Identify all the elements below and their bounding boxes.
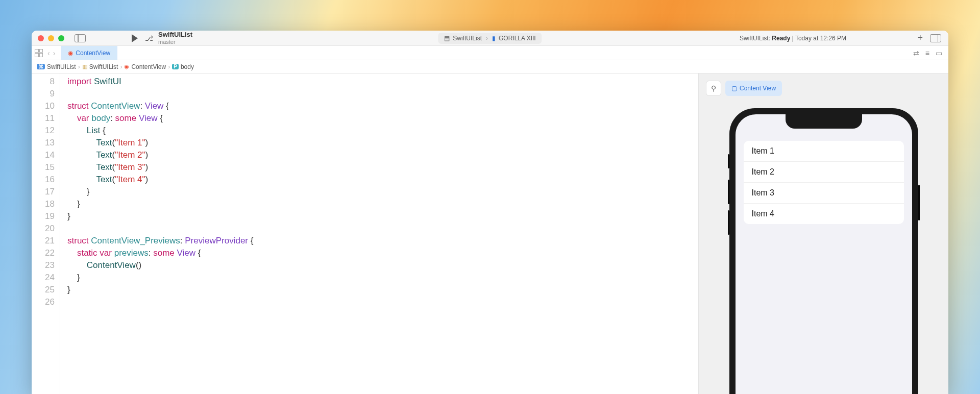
- swiftui-list[interactable]: Item 1Item 2Item 3Item 4: [744, 141, 904, 224]
- code-line[interactable]: Text("Item 4"): [67, 174, 698, 186]
- code-line[interactable]: [67, 296, 698, 308]
- pin-button[interactable]: ⚲: [706, 81, 721, 96]
- preview-label: Content View: [740, 85, 776, 92]
- nav-forward-button[interactable]: ›: [52, 49, 57, 57]
- phone-screen[interactable]: Item 1Item 2Item 3Item 4: [736, 114, 912, 394]
- line-number: 24: [32, 272, 55, 284]
- project-name: SwiftUIList: [158, 31, 192, 38]
- chevron-right-icon: ›: [78, 63, 80, 70]
- breadcrumb-project[interactable]: SwiftUIList: [47, 63, 76, 70]
- line-number: 25: [32, 284, 55, 296]
- project-branch: master: [158, 39, 192, 45]
- breadcrumb-folder[interactable]: SwiftUIList: [89, 63, 118, 70]
- phone-mute-switch: [728, 154, 729, 168]
- maximize-button[interactable]: [58, 35, 64, 41]
- line-number: 8: [32, 76, 55, 88]
- scheme-device-selector[interactable]: ▤ SwiftUIList › ▮ GORILLA XIII: [438, 33, 542, 44]
- phone-volume-up: [728, 180, 729, 204]
- add-button[interactable]: +: [917, 33, 923, 43]
- window-icon: ▢: [731, 85, 737, 92]
- editor-options-icon[interactable]: ▭: [936, 49, 942, 57]
- code-line[interactable]: var body: some View {: [67, 112, 698, 125]
- code-line[interactable]: Text("Item 1"): [67, 137, 698, 149]
- code-line[interactable]: struct ContentView_Previews: PreviewProv…: [67, 235, 698, 247]
- phone-power-button: [918, 185, 920, 220]
- tabbar: ‹ › ◉ ContentView ⇄ ≡ ▭: [32, 46, 948, 60]
- line-number: 20: [32, 223, 55, 235]
- line-number: 16: [32, 174, 55, 186]
- code-line[interactable]: }: [67, 186, 698, 198]
- chevron-right-icon: ›: [168, 63, 170, 70]
- line-gutter: 891011121314151617181920212223242526: [32, 73, 60, 394]
- line-number: 26: [32, 296, 55, 308]
- code-editor[interactable]: 891011121314151617181920212223242526 imp…: [32, 73, 698, 394]
- code-line[interactable]: import SwiftUI: [67, 76, 698, 88]
- app-icon: ▤: [444, 35, 450, 42]
- swift-icon: ◉: [124, 63, 129, 70]
- line-number: 19: [32, 210, 55, 223]
- nav-back-button[interactable]: ‹: [46, 49, 52, 57]
- left-sidebar-toggle-icon[interactable]: [75, 34, 86, 42]
- phone-volume-down: [728, 210, 729, 235]
- project-selector[interactable]: SwiftUIList master: [158, 31, 192, 44]
- related-items-icon[interactable]: [35, 49, 43, 57]
- code-line[interactable]: struct ContentView: View {: [67, 100, 698, 112]
- tab-contentview[interactable]: ◉ ContentView: [61, 46, 117, 60]
- right-sidebar-toggle-icon[interactable]: [930, 34, 941, 42]
- line-number: 15: [32, 161, 55, 174]
- code-area[interactable]: import SwiftUIstruct ContentView: View {…: [60, 73, 698, 394]
- run-button[interactable]: [132, 34, 138, 42]
- code-line[interactable]: }: [67, 198, 698, 210]
- code-line[interactable]: List {: [67, 125, 698, 137]
- preview-toolbar: ⚲ ▢ Content View: [706, 81, 941, 96]
- list-item[interactable]: Item 1: [744, 141, 904, 162]
- phone-mockup: Item 1Item 2Item 3Item 4: [729, 108, 918, 394]
- list-item[interactable]: Item 2: [744, 162, 904, 183]
- code-line[interactable]: [67, 88, 698, 100]
- line-number: 13: [32, 137, 55, 149]
- tab-label: ContentView: [76, 50, 110, 57]
- code-line[interactable]: }: [67, 272, 698, 284]
- line-number: 21: [32, 235, 55, 247]
- line-number: 10: [32, 100, 55, 112]
- list-item[interactable]: Item 3: [744, 183, 904, 204]
- property-icon: P: [172, 64, 179, 69]
- status-text: SwiftUIList: Ready | Today at 12:26 PM: [740, 35, 846, 42]
- titlebar: ⎇ SwiftUIList master ▤ SwiftUIList › ▮ G…: [32, 31, 948, 46]
- scheme-name: SwiftUIList: [453, 35, 482, 42]
- chevron-right-icon: ›: [120, 63, 122, 70]
- line-number: 9: [32, 88, 55, 100]
- line-number: 22: [32, 247, 55, 259]
- minimize-button[interactable]: [48, 35, 54, 41]
- code-line[interactable]: }: [67, 210, 698, 223]
- list-item[interactable]: Item 4: [744, 204, 904, 224]
- breadcrumb-symbol[interactable]: body: [181, 63, 194, 70]
- breadcrumb-file[interactable]: ContentView: [131, 63, 166, 70]
- chevron-right-icon: ›: [486, 35, 488, 42]
- refresh-icon[interactable]: ⇄: [913, 49, 919, 57]
- adjust-editor-icon[interactable]: ≡: [925, 49, 929, 57]
- code-line[interactable]: ContentView(): [67, 259, 698, 272]
- line-number: 14: [32, 149, 55, 161]
- code-line[interactable]: [67, 223, 698, 235]
- phone-icon: ▮: [492, 35, 496, 42]
- device-name: GORILLA XIII: [499, 35, 536, 42]
- line-number: 12: [32, 125, 55, 137]
- close-button[interactable]: [38, 35, 44, 41]
- line-number: 17: [32, 186, 55, 198]
- main-split: 891011121314151617181920212223242526 imp…: [32, 73, 948, 394]
- code-line[interactable]: Text("Item 2"): [67, 149, 698, 161]
- code-line[interactable]: static var previews: some View {: [67, 247, 698, 259]
- swift-icon: ◉: [68, 50, 73, 57]
- breadcrumb[interactable]: ⌘ SwiftUIList › ▥ SwiftUIList › ◉ Conten…: [32, 60, 948, 73]
- code-line[interactable]: Text("Item 3"): [67, 161, 698, 174]
- line-number: 18: [32, 198, 55, 210]
- preview-selector[interactable]: ▢ Content View: [725, 81, 782, 96]
- pin-icon: ⚲: [711, 84, 716, 92]
- folder-icon: ▥: [82, 63, 87, 70]
- phone-notch: [786, 114, 862, 129]
- preview-canvas: ⚲ ▢ Content View Item 1Item 2Item 3Item …: [698, 73, 948, 394]
- code-line[interactable]: }: [67, 284, 698, 296]
- line-number: 23: [32, 259, 55, 272]
- line-number: 11: [32, 112, 55, 125]
